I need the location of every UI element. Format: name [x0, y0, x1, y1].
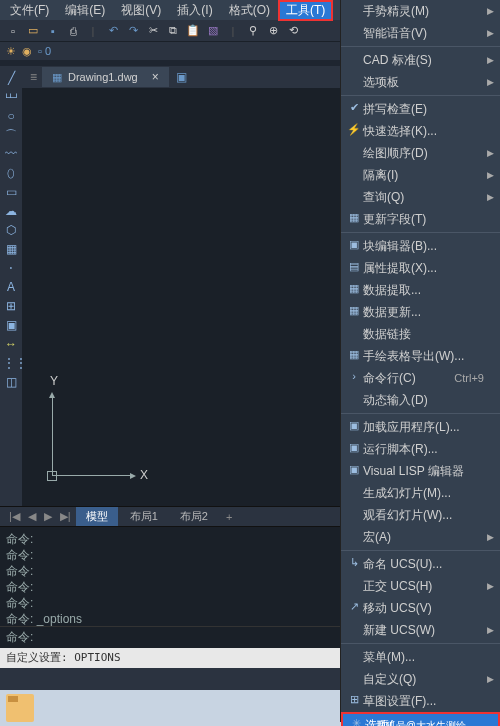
copy-icon[interactable]: ⧉ [164, 22, 182, 40]
menu-item-label: 数据更新... [363, 304, 484, 321]
cut-icon[interactable]: ✂ [144, 22, 162, 40]
tab-model[interactable]: 模型 [76, 507, 118, 526]
more-icon[interactable]: ⟲ [284, 22, 302, 40]
polygon-icon[interactable]: ⬡ [3, 222, 19, 238]
redo-icon[interactable]: ↷ [124, 22, 142, 40]
cloud-icon[interactable]: ☁ [3, 203, 19, 219]
menu-item[interactable]: ↗移动 UCS(V) [341, 597, 500, 619]
menu-item[interactable]: 动态输入(D) [341, 389, 500, 411]
nav-next-icon[interactable]: ▶ [41, 510, 55, 523]
menu-format[interactable]: 格式(O) [221, 0, 278, 21]
submenu-arrow-icon: ▶ [484, 55, 494, 65]
menu-item[interactable]: 选项板▶ [341, 71, 500, 93]
menu-item-label: 快速选择(K)... [363, 123, 484, 140]
command-prompt: 命令: [6, 629, 33, 646]
open-icon[interactable]: ▭ [24, 22, 42, 40]
nav-prev-icon[interactable]: ◀ [25, 510, 39, 523]
menu-item[interactable]: 宏(A)▶ [341, 526, 500, 548]
menu-item[interactable]: ▣加载应用程序(L)... [341, 416, 500, 438]
menu-item[interactable]: ▦数据更新... [341, 301, 500, 323]
menu-item[interactable]: ▣运行脚本(R)... [341, 438, 500, 460]
rect-icon[interactable]: ▭ [3, 184, 19, 200]
file-explorer-icon[interactable] [6, 694, 34, 722]
menu-item[interactable]: 绘图顺序(D)▶ [341, 142, 500, 164]
menu-item[interactable]: ▦更新字段(T) [341, 208, 500, 230]
submenu-arrow-icon: ▶ [484, 674, 494, 684]
lightbulb-icon[interactable]: ◉ [22, 45, 32, 58]
menu-edit[interactable]: 编辑(E) [57, 0, 113, 21]
add-tab-icon[interactable]: ▣ [173, 68, 191, 86]
menu-item-icon [345, 507, 363, 523]
menu-item[interactable]: 菜单(M)... [341, 646, 500, 668]
menu-item[interactable]: 新建 UCS(W)▶ [341, 619, 500, 641]
tab-handle-icon[interactable]: ≡ [30, 70, 42, 84]
hatch-icon[interactable]: ▦ [3, 241, 19, 257]
menu-item[interactable]: 观看幻灯片(W)... [341, 504, 500, 526]
undo-icon[interactable]: ↶ [104, 22, 122, 40]
sep2-icon: | [224, 22, 242, 40]
menu-item[interactable]: ▦数据提取... [341, 279, 500, 301]
menu-item[interactable]: 生成幻灯片(M)... [341, 482, 500, 504]
menu-item-label: 移动 UCS(V) [363, 600, 484, 617]
menu-item[interactable]: 正交 UCS(H)▶ [341, 575, 500, 597]
menu-item-label: 新建 UCS(W) [363, 622, 484, 639]
menu-item[interactable]: ↳命名 UCS(U)... [341, 553, 500, 575]
menu-item[interactable]: ▤属性提取(X)... [341, 257, 500, 279]
match-icon[interactable]: ▧ [204, 22, 222, 40]
menu-item[interactable]: 自定义(Q)▶ [341, 668, 500, 690]
menu-insert[interactable]: 插入(I) [169, 0, 220, 21]
circle-icon[interactable]: ○ [3, 108, 19, 124]
menu-item[interactable]: ✔拼写检查(E) [341, 98, 500, 120]
watermark-text: 搜狐号@大水牛测绘 [376, 719, 466, 726]
ellipse-icon[interactable]: ⬯ [3, 165, 19, 181]
region-icon[interactable]: ◫ [3, 374, 19, 390]
print-icon[interactable]: ⎙ [64, 22, 82, 40]
measure-icon[interactable]: ⊕ [264, 22, 282, 40]
menu-item[interactable]: 隔离(I)▶ [341, 164, 500, 186]
dim-icon[interactable]: ↔ [3, 336, 19, 352]
nav-last-icon[interactable]: ▶| [57, 510, 74, 523]
menu-item[interactable]: 查询(Q)▶ [341, 186, 500, 208]
add-layout-icon[interactable]: + [220, 511, 238, 523]
arc-icon[interactable]: ⌒ [3, 127, 19, 143]
menu-item[interactable]: ▦手绘表格导出(W)... [341, 345, 500, 367]
line-icon[interactable]: ╱ [3, 70, 19, 86]
save-icon[interactable]: ▪ [44, 22, 62, 40]
menu-item-icon [345, 485, 363, 501]
layer-box[interactable]: ▫ 0 [38, 45, 51, 57]
menu-item[interactable]: CAD 标准(S)▶ [341, 49, 500, 71]
menu-item-icon: ▣ [345, 441, 363, 457]
menu-item-label: 观看幻灯片(W)... [363, 507, 484, 524]
menu-file[interactable]: 文件(F) [2, 0, 57, 21]
menu-item[interactable]: ⚡快速选择(K)... [341, 120, 500, 142]
grid-icon[interactable]: ⋮⋮ [3, 355, 19, 371]
menu-item[interactable]: 手势精灵(M)▶ [341, 0, 500, 22]
menu-item[interactable]: 智能语音(V)▶ [341, 22, 500, 44]
menu-item[interactable]: ⊞草图设置(F)... [341, 690, 500, 712]
paste-icon[interactable]: 📋 [184, 22, 202, 40]
pline-icon[interactable]: ⏙ [3, 89, 19, 105]
sun-icon[interactable]: ☀ [6, 45, 16, 58]
menu-item[interactable]: ›命令行(C)Ctrl+9 [341, 367, 500, 389]
menu-item-label: 查询(Q) [363, 189, 484, 206]
close-tab-icon[interactable]: × [152, 70, 159, 84]
search-icon[interactable]: ⚲ [244, 22, 262, 40]
menu-item-icon [345, 649, 363, 665]
axis-x-label: X [140, 468, 148, 482]
menu-item[interactable]: ✳选项(搜狐号@大水牛测绘 [341, 712, 500, 726]
tab-layout2[interactable]: 布局2 [170, 507, 218, 526]
text-icon[interactable]: A [3, 279, 19, 295]
spline-icon[interactable]: 〰 [3, 146, 19, 162]
menu-item[interactable]: ▣块编辑器(B)... [341, 235, 500, 257]
menu-view[interactable]: 视图(V) [113, 0, 169, 21]
menu-tools[interactable]: 工具(T) [278, 0, 333, 21]
point-icon[interactable]: ⋅ [3, 260, 19, 276]
table-icon[interactable]: ⊞ [3, 298, 19, 314]
tab-layout1[interactable]: 布局1 [120, 507, 168, 526]
nav-first-icon[interactable]: |◀ [6, 510, 23, 523]
block-icon[interactable]: ▣ [3, 317, 19, 333]
menu-item[interactable]: 数据链接 [341, 323, 500, 345]
new-icon[interactable]: ▫ [4, 22, 22, 40]
menu-item[interactable]: ▣Visual LISP 编辑器 [341, 460, 500, 482]
doc-tab-drawing1[interactable]: ▦ Drawing1.dwg × [42, 67, 169, 87]
